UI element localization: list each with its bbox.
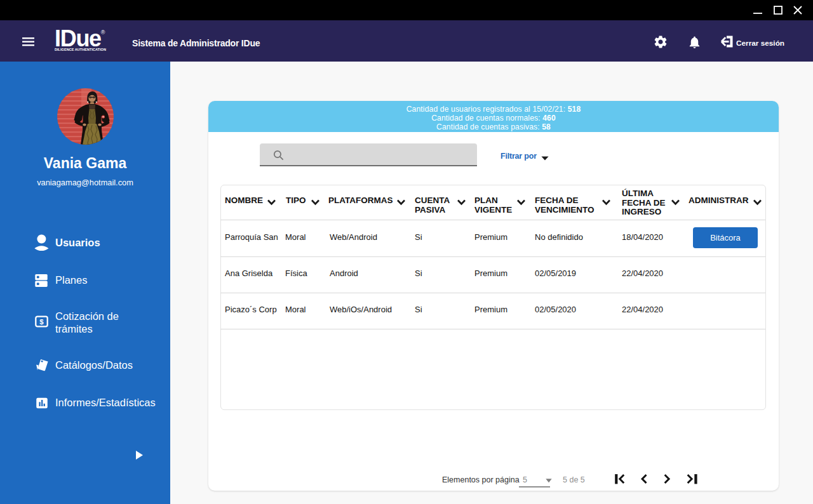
- svg-text:$: $: [39, 318, 44, 326]
